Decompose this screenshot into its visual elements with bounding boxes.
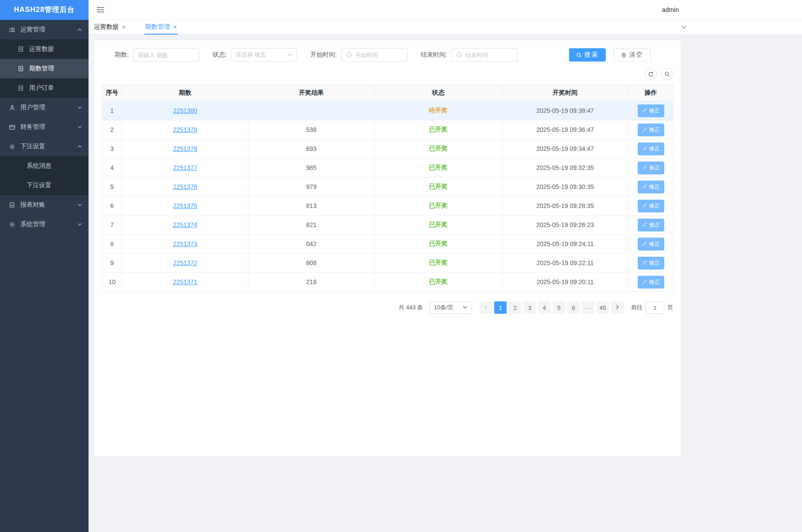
page-button-3[interactable]: 3 — [523, 301, 536, 314]
close-icon[interactable]: × — [173, 23, 177, 30]
prev-page-button[interactable] — [480, 301, 492, 314]
draw-result: 821 — [248, 216, 375, 235]
fix-button[interactable]: 修正 — [638, 200, 664, 212]
row-index: 5 — [102, 177, 122, 197]
page-button-4[interactable]: 4 — [538, 301, 550, 314]
finance-icon — [9, 123, 16, 131]
period-link[interactable]: 2251371 — [173, 278, 198, 285]
period-link[interactable]: 2251380 — [173, 107, 198, 114]
page-size-select[interactable]: 10条/页 — [430, 301, 472, 314]
tab-operation-data[interactable]: 运营数据× — [93, 20, 127, 35]
sidebar-item-report-reconciliation[interactable]: 报表对账 — [0, 195, 89, 215]
start-time-input[interactable] — [355, 52, 403, 58]
row-index: 9 — [102, 254, 122, 273]
sidebar-item-finance-management[interactable]: 财务管理 — [0, 117, 89, 137]
trash-icon — [621, 52, 627, 58]
app-root: HASH28管理后台 运营管理运营数据期数管理用户订单用户管理财务管理下注设置系… — [0, 0, 802, 532]
status-badge: 待开奖 — [429, 107, 448, 114]
pagination-ellipsis[interactable]: ··· — [582, 301, 594, 314]
status-badge: 已开奖 — [429, 126, 448, 133]
clear-button[interactable]: 清空 — [614, 48, 651, 62]
fix-button[interactable]: 修正 — [638, 276, 664, 289]
edit-icon — [642, 127, 647, 133]
sidebar-item-operation-data[interactable]: 运营数据 — [0, 39, 89, 59]
period-input[interactable] — [138, 52, 194, 58]
page-button-6[interactable]: 6 — [567, 301, 580, 314]
sidebar-item-system-messages[interactable]: 系统消息 — [0, 156, 89, 176]
close-icon[interactable]: × — [122, 23, 126, 30]
column-header: 开奖结果 — [248, 85, 375, 101]
action-cell: 修正 — [628, 216, 674, 235]
period-link[interactable]: 2251377 — [173, 164, 198, 171]
fix-button[interactable]: 修正 — [638, 257, 664, 270]
doc-icon — [18, 46, 25, 53]
period-input-wrap — [133, 48, 199, 62]
action-cell: 修正 — [628, 254, 674, 273]
search-toggle-icon[interactable] — [661, 68, 673, 80]
fix-button-label: 修正 — [649, 221, 660, 229]
fix-button[interactable]: 修正 — [638, 162, 664, 174]
period-link[interactable]: 2251373 — [173, 240, 198, 247]
tab-period-management[interactable]: 期数管理× — [144, 20, 178, 35]
draw-result: 813 — [248, 197, 375, 216]
fix-button[interactable]: 修正 — [638, 219, 664, 231]
list-icon — [9, 26, 16, 33]
fix-button[interactable]: 修正 — [638, 238, 664, 251]
draw-time: 2025-05-19 09:38:47 — [502, 101, 628, 120]
search-button[interactable]: 搜索 — [569, 48, 606, 62]
page-button-5[interactable]: 5 — [553, 301, 565, 314]
fix-button[interactable]: 修正 — [638, 123, 664, 136]
period-link[interactable]: 2251372 — [173, 259, 198, 266]
user-label[interactable]: admin — [662, 6, 679, 13]
status-select[interactable]: 请选择 状态 — [231, 48, 297, 62]
row-index: 8 — [102, 235, 122, 254]
goto-page-input[interactable] — [646, 301, 664, 314]
fix-button[interactable]: 修正 — [638, 104, 664, 117]
next-page-button[interactable] — [611, 301, 624, 314]
action-cell: 修正 — [628, 101, 674, 120]
sidebar-item-bet-settings[interactable]: 下注设置 — [0, 137, 89, 156]
period-link[interactable]: 2251376 — [173, 183, 198, 190]
fix-button-label: 修正 — [649, 145, 660, 153]
pagination-total: 共 443 条 — [399, 304, 423, 312]
page-button-1[interactable]: 1 — [494, 301, 507, 314]
sidebar-item-period-management[interactable]: 期数管理 — [0, 59, 89, 78]
period-link[interactable]: 2251379 — [173, 126, 198, 133]
refresh-icon[interactable] — [645, 68, 657, 80]
period-cell: 2251371 — [122, 273, 248, 292]
sidebar-item-system-management[interactable]: 系统管理 — [0, 215, 89, 234]
fix-button-label: 修正 — [649, 240, 660, 248]
period-link[interactable]: 2251378 — [173, 145, 198, 152]
fix-button-label: 修正 — [649, 183, 660, 191]
row-index: 10 — [102, 273, 122, 292]
sidebar-item-label: 下注设置 — [20, 143, 45, 150]
sidebar-item-operations[interactable]: 运营管理 — [0, 20, 89, 39]
fix-button[interactable]: 修正 — [638, 181, 664, 193]
action-cell: 修正 — [628, 273, 674, 292]
hamburger-icon[interactable] — [97, 7, 105, 13]
page-button-45[interactable]: 45 — [597, 301, 609, 314]
pagination: 共 443 条10条/页123456···45前往页 — [102, 301, 673, 314]
end-time-input[interactable] — [465, 52, 513, 58]
sidebar-item-label: 用户管理 — [20, 104, 45, 112]
status-filter-label: 状态: — [213, 51, 227, 59]
sidebar-item-bet-settings-item[interactable]: 下注设置 — [0, 176, 89, 195]
draw-time: 2025-05-19 09:36:47 — [502, 120, 628, 139]
status-badge: 已开奖 — [429, 164, 448, 171]
fix-button[interactable]: 修正 — [638, 143, 664, 155]
status-badge: 已开奖 — [429, 202, 448, 209]
sidebar-item-user-management[interactable]: 用户管理 — [0, 98, 89, 117]
filter-bar: 期数: 状态: 请选择 状态 — [102, 48, 673, 62]
tabs: 运营数据×期数管理× — [93, 20, 178, 35]
row-index: 1 — [102, 101, 122, 120]
page-button-2[interactable]: 2 — [509, 301, 521, 314]
column-header: 操作 — [628, 85, 674, 101]
period-link[interactable]: 2251374 — [173, 221, 198, 228]
sidebar-item-user-orders[interactable]: 用户订单 — [0, 78, 89, 98]
period-cell: 2251374 — [122, 216, 248, 235]
chevron-down-icon[interactable] — [681, 24, 687, 30]
chevron-up-icon — [77, 27, 82, 32]
period-link[interactable]: 2251375 — [173, 202, 198, 209]
gear-icon — [9, 221, 16, 228]
status-badge: 已开奖 — [429, 259, 448, 266]
